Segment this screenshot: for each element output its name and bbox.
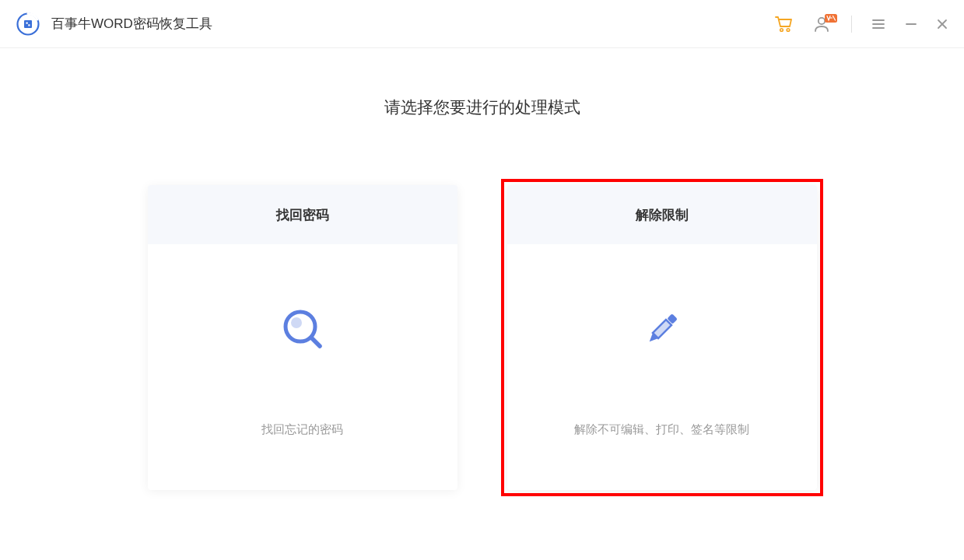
main-subtitle: 请选择您要进行的处理模式: [384, 96, 580, 118]
header-right: [773, 14, 948, 34]
svg-point-15: [291, 317, 302, 328]
cart-icon[interactable]: [773, 14, 794, 34]
app-logo-icon: [16, 12, 40, 37]
vip-badge-icon: [825, 12, 837, 26]
close-icon[interactable]: [936, 18, 948, 30]
card-body: 找回忘记的密码: [148, 244, 457, 490]
svg-rect-18: [652, 319, 671, 338]
app-title: 百事牛WORD密码恢复工具: [51, 15, 212, 33]
card-header: 解除限制: [507, 185, 817, 244]
svg-point-4: [780, 28, 783, 31]
svg-point-6: [819, 17, 825, 23]
card-body: 解除不可编辑、打印、签名等限制: [507, 244, 817, 490]
svg-rect-2: [26, 22, 28, 23]
user-icon[interactable]: [812, 14, 833, 34]
card-header: 找回密码: [148, 185, 457, 244]
svg-line-16: [312, 338, 320, 346]
main-content: 请选择您要进行的处理模式 找回密码 找回忘记的密码 解除限制: [0, 48, 964, 490]
menu-icon[interactable]: [871, 16, 886, 32]
minimize-icon[interactable]: [905, 18, 917, 30]
recover-password-card[interactable]: 找回密码 找回忘记的密码: [148, 185, 457, 490]
card-title: 找回密码: [276, 206, 329, 224]
card-desc: 解除不可编辑、打印、签名等限制: [574, 422, 749, 437]
card-title: 解除限制: [636, 206, 689, 224]
header-left: 百事牛WORD密码恢复工具: [16, 12, 212, 37]
svg-rect-1: [24, 20, 32, 28]
pencil-icon: [640, 306, 685, 352]
svg-point-5: [787, 28, 790, 31]
remove-restriction-card[interactable]: 解除限制 解除不可编辑、打印、签名等限制: [507, 185, 817, 490]
mode-cards: 找回密码 找回忘记的密码 解除限制: [148, 185, 817, 490]
header-divider: [851, 16, 852, 33]
magnifier-icon: [280, 306, 325, 352]
card-desc: 找回忘记的密码: [261, 422, 343, 437]
svg-rect-3: [28, 24, 30, 26]
app-header: 百事牛WORD密码恢复工具: [0, 0, 964, 48]
